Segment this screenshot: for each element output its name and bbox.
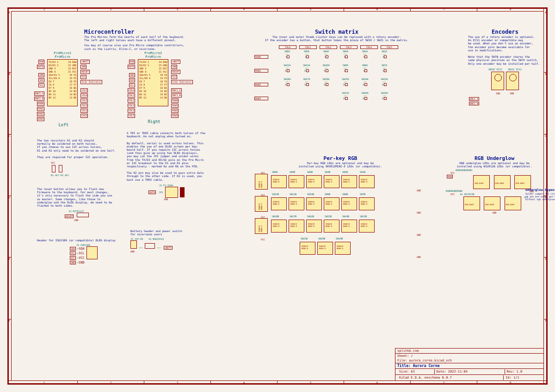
tb-company: splitkb.com <box>395 349 543 353</box>
section-perkey-rgb: Per-key RGB Per-key RGB LEDs are optiona… <box>253 155 428 260</box>
heading-encoders: Encoders <box>468 29 542 35</box>
rgb-led-icon <box>505 196 521 210</box>
chip-promicro-left: ProMicro1 ProMicro TX/D3 1RX/D2 2GND 3GN… <box>47 59 78 106</box>
note-oled: Header for SSD1306 (or compatible) OLED … <box>37 239 130 265</box>
schematic-sheet: 12345678 12345678 ABCDEF ABCDEF Microcon… <box>0 0 555 392</box>
rgb-led-icon <box>484 196 500 210</box>
matrix-grid: COL0COL1COL2COL3COL4COL5 ROW0SW6A—⁄—D6SW… <box>253 45 420 104</box>
encoder-icon <box>506 72 519 90</box>
tb-file: File: aurora_corne.kicad_sch <box>395 358 543 363</box>
pins-right-r: 24 RAW23 GND22 RST21 VCC20 F419 F518 F61… <box>159 61 167 99</box>
desc-mcu-2: You may of course also use Pro Micro com… <box>84 43 237 50</box>
ug-row1: RGB RGB1RGB2RGB3 <box>446 174 543 190</box>
title-block: splitkb.com Sheet: / File: aurora_corne.… <box>395 348 544 381</box>
ruler-bottom: 12345678 <box>11 381 544 385</box>
pins-right-l: TX/D3 1RX/D2 2GND 3GND 4SDA/D1 5SCL/D0 6… <box>139 61 150 99</box>
chip-group-right: RGBDATA GNDSDASCLCOL0COL1COL2COL3COL4COL… <box>117 59 191 124</box>
bypass-note: Underglow bypass Solder jumper JP2 close… <box>525 188 555 200</box>
tb-rev: Rev: 1.0 <box>505 369 542 374</box>
pins-left-r: 24 RAW23 GND22 RST21 VCC20 F419 F518 F61… <box>68 61 76 99</box>
section-underglow: RGB Underglow RGB underglow LEDs are opt… <box>446 155 543 201</box>
perkey-rows: VCCSW6BSW5BSW4BSW3BSW2BSW1BGNDVCCSW12BSW… <box>253 172 428 258</box>
pins-left-l: TX/D3 1RX/D2 2GND 3GND 4SDA/D1 5SCL/D0 6… <box>49 61 60 99</box>
rgb-led-icon <box>494 175 511 189</box>
nets-left-r: +BATTGNDRESETVCCSide Indicator COL5COL4C… <box>80 59 100 118</box>
heading-perkey: Per-key RGB <box>253 155 428 161</box>
section-microcontroller: Microcontroller The Pro Micros form the … <box>84 29 237 50</box>
tb-date: Date: 2022-11-04 <box>434 369 505 374</box>
ruler-top: 12345678 <box>11 7 544 11</box>
col-labels: COL0COL1COL2COL3COL4COL5 <box>278 45 420 49</box>
label-left: Left <box>27 122 100 127</box>
net-batt: +BATT <box>164 246 173 250</box>
heading-underglow: RGB Underglow <box>446 155 543 161</box>
matrix-rows: ROW0SW6A—⁄—D6SW5A—⁄—D5SW4A—⁄—D4SW3A—⁄—D3… <box>253 49 420 104</box>
tb-tool: KiCad E.D.A. eeschema 6.0.7 <box>397 375 503 380</box>
tb-sheet: Sheet: / <box>395 353 543 358</box>
label-right: Right <box>117 119 191 124</box>
net-rgb: RGB <box>447 175 453 178</box>
rgb-led-icon <box>473 175 490 189</box>
encoder-icon <box>491 72 504 90</box>
note-battery: Battery header and power switch for nice… <box>130 229 209 253</box>
rgb-led-icon <box>514 175 531 189</box>
note-resistors: The two resistors R1 and R2 should norma… <box>37 139 116 177</box>
oled-nets: SDA—SDASCL—SCLVCC—VCCGND—GND <box>69 246 85 265</box>
nets-right-l: RGBDATA GNDSDASCLCOL0COL1COL2COL3COL4COL… <box>117 59 136 118</box>
chip-promicro-right: ProMicro2 ProMicro TX/D3 1RX/D2 2GND 3GN… <box>138 59 168 106</box>
net-data: DATA <box>148 190 156 194</box>
rgb-led-icon <box>463 196 480 210</box>
nets-right-r: +BATTGNDRESETVCCSide Indicator ENC1_AENC… <box>170 59 191 118</box>
section-encoders: Encoders The use of a rotary encoder is … <box>468 29 542 106</box>
note-reset: The reset button allows you to flash new… <box>37 187 116 221</box>
net-enc1a: ENC1_A <box>469 97 479 101</box>
tb-id: Id: 1/1 <box>503 375 542 380</box>
note-trrs: A TRS or TRRS cable connects both halves… <box>127 131 205 201</box>
r-parts: VCC R1 4k7 R2 4k7 <box>51 161 116 177</box>
nets-left-l: RGBDATA GNDSDASCL ENC1_AENC1_BROW0ROW1RO… <box>27 59 45 122</box>
heading-matrix: Switch matrix <box>253 29 420 35</box>
net-reset: RESET <box>65 214 74 218</box>
net-enc1b: ENC1_B <box>469 102 479 105</box>
heading-microcontroller: Microcontroller <box>84 29 237 35</box>
chip-group-left: RGBDATA GNDSDASCL ENC1_AENC1_BROW0ROW1RO… <box>27 59 100 127</box>
desc-mcu-1: The Pro Micros form the hearts of each h… <box>84 35 237 42</box>
ruler-left: ABCDEF <box>7 11 11 381</box>
tb-title: Title: Aurora Corne <box>395 363 543 368</box>
section-switch-matrix: Switch matrix The inner and outer thumb … <box>253 29 420 104</box>
tb-size: Size: A3 <box>397 369 434 374</box>
